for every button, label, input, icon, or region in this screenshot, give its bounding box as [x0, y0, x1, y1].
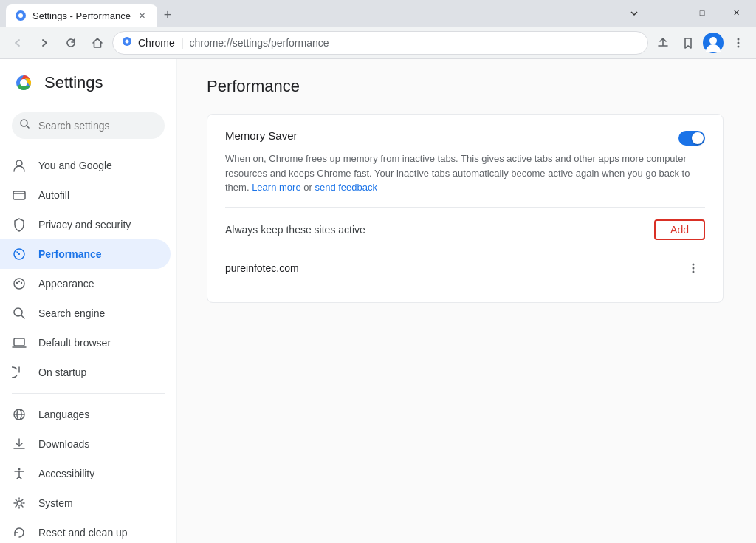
sidebar-label-default-browser: Default browser: [38, 337, 111, 349]
learn-more-link[interactable]: Learn more: [252, 182, 300, 193]
sidebar: Settings You: [0, 59, 177, 543]
svg-point-12: [16, 160, 22, 166]
svg-point-19: [21, 282, 22, 284]
memory-saver-header: Memory Saver: [225, 129, 705, 146]
sidebar-label-autofill: Autofill: [38, 189, 69, 201]
sidebar-item-search-engine[interactable]: Search engine: [0, 298, 171, 328]
window-controls: ─ □ ✕: [617, 1, 756, 27]
close-button[interactable]: ✕: [719, 1, 753, 24]
profile-button[interactable]: [701, 31, 725, 55]
page-title: Performance: [207, 77, 726, 96]
search-wrapper: [12, 112, 165, 139]
browser-frame: Settings - Performance ✕ + ─ □ ✕: [0, 0, 756, 543]
sidebar-label-accessibility: Accessibility: [38, 468, 94, 479]
send-feedback-link[interactable]: send feedback: [315, 182, 377, 193]
tab-favicon: [15, 10, 27, 21]
sidebar-item-autofill[interactable]: Autofill: [0, 180, 171, 210]
sidebar-item-reset[interactable]: Reset and clean up: [0, 518, 171, 543]
svg-point-24: [18, 468, 21, 471]
chevron-down-button[interactable]: [617, 1, 651, 24]
back-button[interactable]: [6, 31, 30, 55]
sidebar-label-downloads: Downloads: [38, 438, 89, 450]
svg-point-4: [709, 37, 717, 44]
memory-saver-description: When on, Chrome frees up memory from ina…: [225, 151, 705, 195]
site-list-item: pureinfotec.com: [225, 249, 705, 287]
minimize-button[interactable]: ─: [651, 1, 685, 24]
maximize-button[interactable]: □: [685, 1, 719, 24]
or-text: or: [303, 182, 315, 193]
svg-point-5: [738, 38, 740, 40]
sidebar-label-system: System: [38, 497, 73, 509]
more-button[interactable]: [726, 31, 750, 55]
sidebar-item-performance[interactable]: Performance: [0, 239, 171, 269]
site-icon: [122, 36, 132, 49]
address-bar[interactable]: Chrome | chrome://settings/performance: [112, 31, 648, 55]
sidebar-item-accessibility[interactable]: Accessibility: [0, 459, 171, 488]
toggle-thumb: [692, 132, 704, 144]
speed-icon: [12, 247, 27, 262]
toolbar: Chrome | chrome://settings/performance: [0, 27, 756, 59]
sidebar-label-languages: Languages: [38, 409, 89, 420]
search-icon: [19, 118, 31, 133]
home-button[interactable]: [86, 31, 109, 55]
svg-point-17: [16, 282, 18, 284]
svg-point-30: [693, 267, 695, 269]
sidebar-label-appearance: Appearance: [38, 278, 94, 290]
svg-point-18: [18, 281, 20, 282]
security-icon: [12, 217, 27, 232]
sidebar-item-downloads[interactable]: Downloads: [0, 429, 171, 459]
tab-close-button[interactable]: ✕: [137, 10, 148, 21]
svg-point-7: [738, 45, 740, 47]
accessibility-icon: [12, 466, 27, 481]
bookmark-button[interactable]: [676, 31, 700, 55]
settings-header: Settings: [0, 65, 176, 106]
sidebar-label-performance: Performance: [38, 248, 102, 260]
main-content: Performance Memory Saver When on, Chrome…: [177, 59, 756, 543]
sidebar-item-privacy-security[interactable]: Privacy and security: [0, 210, 171, 239]
site-menu-button[interactable]: [681, 256, 705, 280]
address-url: chrome://settings/performance: [189, 37, 329, 49]
always-active-header: Always keep these sites active Add: [225, 219, 705, 240]
sidebar-label-search-engine: Search engine: [38, 307, 105, 319]
settings-title: Settings: [44, 73, 103, 92]
sidebar-label-on-startup: On startup: [38, 366, 86, 378]
search-input[interactable]: [12, 112, 165, 139]
reload-button[interactable]: [59, 31, 83, 55]
forward-button[interactable]: [32, 31, 56, 55]
sidebar-divider-1: [12, 393, 165, 394]
sidebar-label-privacy-security: Privacy and security: [38, 219, 131, 230]
laptop-icon: [12, 335, 27, 350]
svg-rect-13: [13, 191, 25, 199]
site-url: pureinfotec.com: [225, 262, 299, 274]
palette-icon: [12, 276, 27, 291]
svg-point-16: [14, 279, 24, 289]
sidebar-item-languages[interactable]: Languages: [0, 400, 171, 429]
sidebar-item-appearance[interactable]: Appearance: [0, 269, 171, 298]
system-icon: [12, 496, 27, 510]
svg-point-15: [18, 253, 20, 255]
sidebar-item-you-and-google[interactable]: You and Google: [0, 151, 171, 180]
search-engine-icon: [12, 306, 27, 321]
share-button[interactable]: [651, 31, 675, 55]
address-host: Chrome: [138, 37, 175, 49]
person-icon: [12, 158, 27, 173]
sidebar-item-on-startup[interactable]: On startup: [0, 358, 171, 387]
toolbar-actions: [651, 31, 750, 55]
tab-title: Settings - Performance: [32, 10, 131, 21]
power-icon: [12, 365, 27, 380]
new-tab-button[interactable]: +: [157, 4, 178, 25]
sidebar-item-default-browser[interactable]: Default browser: [0, 328, 171, 358]
svg-point-29: [693, 263, 695, 265]
add-site-button[interactable]: Add: [654, 219, 705, 240]
settings-card: Memory Saver When on, Chrome frees up me…: [207, 114, 724, 303]
credit-card-icon: [12, 188, 27, 202]
chrome-logo: [12, 71, 35, 95]
memory-saver-toggle[interactable]: [678, 131, 705, 146]
active-tab[interactable]: Settings - Performance ✕: [6, 4, 157, 27]
content-area: Settings You: [0, 59, 756, 543]
always-active-section: Always keep these sites active Add purei…: [225, 207, 705, 287]
address-separator: |: [181, 37, 184, 49]
svg-rect-21: [14, 338, 24, 346]
sidebar-label-reset: Reset and clean up: [38, 527, 128, 539]
sidebar-item-system[interactable]: System: [0, 488, 171, 518]
